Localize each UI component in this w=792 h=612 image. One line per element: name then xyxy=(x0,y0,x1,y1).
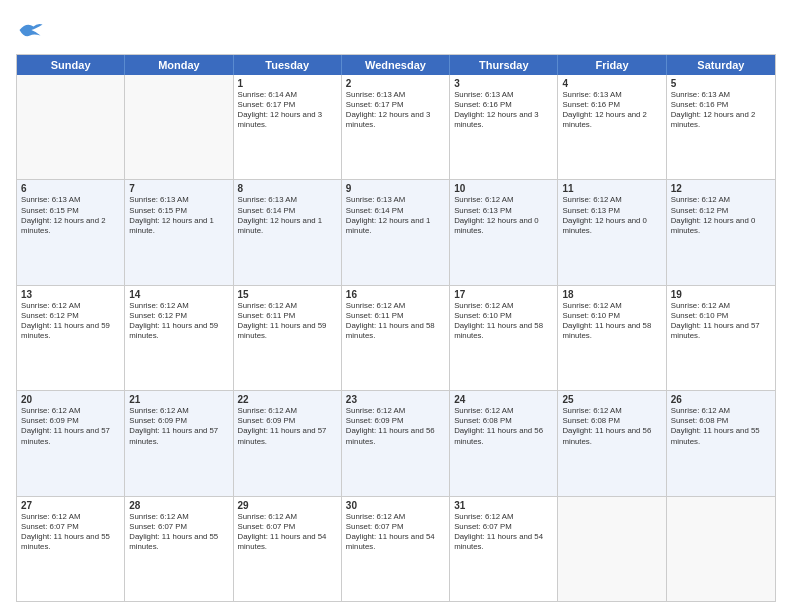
day-info: Sunrise: 6:13 AM Sunset: 6:15 PM Dayligh… xyxy=(129,195,228,236)
day-info: Sunrise: 6:12 AM Sunset: 6:09 PM Dayligh… xyxy=(346,406,445,447)
day-info: Sunrise: 6:12 AM Sunset: 6:10 PM Dayligh… xyxy=(562,301,661,342)
calendar-cell: 15Sunrise: 6:12 AM Sunset: 6:11 PM Dayli… xyxy=(234,286,342,390)
calendar-cell: 4Sunrise: 6:13 AM Sunset: 6:16 PM Daylig… xyxy=(558,75,666,179)
calendar-cell: 30Sunrise: 6:12 AM Sunset: 6:07 PM Dayli… xyxy=(342,497,450,601)
day-info: Sunrise: 6:12 AM Sunset: 6:09 PM Dayligh… xyxy=(21,406,120,447)
day-number: 15 xyxy=(238,289,337,300)
day-number: 2 xyxy=(346,78,445,89)
day-info: Sunrise: 6:13 AM Sunset: 6:16 PM Dayligh… xyxy=(671,90,771,131)
day-number: 20 xyxy=(21,394,120,405)
calendar-cell: 19Sunrise: 6:12 AM Sunset: 6:10 PM Dayli… xyxy=(667,286,775,390)
day-number: 16 xyxy=(346,289,445,300)
day-info: Sunrise: 6:13 AM Sunset: 6:14 PM Dayligh… xyxy=(346,195,445,236)
day-number: 8 xyxy=(238,183,337,194)
calendar-cell xyxy=(667,497,775,601)
header-day-sunday: Sunday xyxy=(17,55,125,75)
calendar-cell: 12Sunrise: 6:12 AM Sunset: 6:12 PM Dayli… xyxy=(667,180,775,284)
day-info: Sunrise: 6:12 AM Sunset: 6:12 PM Dayligh… xyxy=(671,195,771,236)
day-info: Sunrise: 6:12 AM Sunset: 6:09 PM Dayligh… xyxy=(238,406,337,447)
header xyxy=(16,16,776,44)
calendar: SundayMondayTuesdayWednesdayThursdayFrid… xyxy=(16,54,776,602)
day-info: Sunrise: 6:12 AM Sunset: 6:08 PM Dayligh… xyxy=(671,406,771,447)
day-info: Sunrise: 6:12 AM Sunset: 6:10 PM Dayligh… xyxy=(671,301,771,342)
day-info: Sunrise: 6:12 AM Sunset: 6:10 PM Dayligh… xyxy=(454,301,553,342)
calendar-cell xyxy=(125,75,233,179)
calendar-cell: 5Sunrise: 6:13 AM Sunset: 6:16 PM Daylig… xyxy=(667,75,775,179)
header-day-wednesday: Wednesday xyxy=(342,55,450,75)
header-day-monday: Monday xyxy=(125,55,233,75)
calendar-cell: 24Sunrise: 6:12 AM Sunset: 6:08 PM Dayli… xyxy=(450,391,558,495)
calendar-cell: 27Sunrise: 6:12 AM Sunset: 6:07 PM Dayli… xyxy=(17,497,125,601)
day-info: Sunrise: 6:12 AM Sunset: 6:13 PM Dayligh… xyxy=(562,195,661,236)
day-number: 29 xyxy=(238,500,337,511)
calendar-row-3: 20Sunrise: 6:12 AM Sunset: 6:09 PM Dayli… xyxy=(17,391,775,496)
calendar-cell: 1Sunrise: 6:14 AM Sunset: 6:17 PM Daylig… xyxy=(234,75,342,179)
day-number: 14 xyxy=(129,289,228,300)
calendar-cell: 6Sunrise: 6:13 AM Sunset: 6:15 PM Daylig… xyxy=(17,180,125,284)
calendar-cell: 26Sunrise: 6:12 AM Sunset: 6:08 PM Dayli… xyxy=(667,391,775,495)
calendar-cell: 29Sunrise: 6:12 AM Sunset: 6:07 PM Dayli… xyxy=(234,497,342,601)
day-number: 22 xyxy=(238,394,337,405)
day-info: Sunrise: 6:12 AM Sunset: 6:07 PM Dayligh… xyxy=(129,512,228,553)
logo-icon xyxy=(16,16,44,44)
day-info: Sunrise: 6:12 AM Sunset: 6:08 PM Dayligh… xyxy=(562,406,661,447)
day-info: Sunrise: 6:12 AM Sunset: 6:08 PM Dayligh… xyxy=(454,406,553,447)
calendar-cell: 10Sunrise: 6:12 AM Sunset: 6:13 PM Dayli… xyxy=(450,180,558,284)
logo xyxy=(16,16,48,44)
day-info: Sunrise: 6:12 AM Sunset: 6:09 PM Dayligh… xyxy=(129,406,228,447)
day-number: 19 xyxy=(671,289,771,300)
day-number: 21 xyxy=(129,394,228,405)
calendar-body: 1Sunrise: 6:14 AM Sunset: 6:17 PM Daylig… xyxy=(17,75,775,601)
day-info: Sunrise: 6:13 AM Sunset: 6:14 PM Dayligh… xyxy=(238,195,337,236)
day-number: 7 xyxy=(129,183,228,194)
day-info: Sunrise: 6:12 AM Sunset: 6:07 PM Dayligh… xyxy=(346,512,445,553)
day-info: Sunrise: 6:12 AM Sunset: 6:07 PM Dayligh… xyxy=(454,512,553,553)
calendar-cell: 3Sunrise: 6:13 AM Sunset: 6:16 PM Daylig… xyxy=(450,75,558,179)
calendar-row-1: 6Sunrise: 6:13 AM Sunset: 6:15 PM Daylig… xyxy=(17,180,775,285)
day-number: 24 xyxy=(454,394,553,405)
day-info: Sunrise: 6:13 AM Sunset: 6:17 PM Dayligh… xyxy=(346,90,445,131)
day-number: 9 xyxy=(346,183,445,194)
calendar-cell: 28Sunrise: 6:12 AM Sunset: 6:07 PM Dayli… xyxy=(125,497,233,601)
day-number: 6 xyxy=(21,183,120,194)
calendar-cell: 16Sunrise: 6:12 AM Sunset: 6:11 PM Dayli… xyxy=(342,286,450,390)
calendar-cell: 7Sunrise: 6:13 AM Sunset: 6:15 PM Daylig… xyxy=(125,180,233,284)
calendar-cell xyxy=(17,75,125,179)
calendar-cell: 17Sunrise: 6:12 AM Sunset: 6:10 PM Dayli… xyxy=(450,286,558,390)
day-number: 31 xyxy=(454,500,553,511)
calendar-cell: 25Sunrise: 6:12 AM Sunset: 6:08 PM Dayli… xyxy=(558,391,666,495)
day-info: Sunrise: 6:13 AM Sunset: 6:16 PM Dayligh… xyxy=(454,90,553,131)
calendar-row-4: 27Sunrise: 6:12 AM Sunset: 6:07 PM Dayli… xyxy=(17,497,775,601)
day-info: Sunrise: 6:13 AM Sunset: 6:15 PM Dayligh… xyxy=(21,195,120,236)
day-info: Sunrise: 6:12 AM Sunset: 6:11 PM Dayligh… xyxy=(238,301,337,342)
day-number: 25 xyxy=(562,394,661,405)
header-day-tuesday: Tuesday xyxy=(234,55,342,75)
day-number: 18 xyxy=(562,289,661,300)
day-info: Sunrise: 6:13 AM Sunset: 6:16 PM Dayligh… xyxy=(562,90,661,131)
day-number: 4 xyxy=(562,78,661,89)
calendar-cell xyxy=(558,497,666,601)
calendar-cell: 22Sunrise: 6:12 AM Sunset: 6:09 PM Dayli… xyxy=(234,391,342,495)
header-day-friday: Friday xyxy=(558,55,666,75)
day-info: Sunrise: 6:12 AM Sunset: 6:12 PM Dayligh… xyxy=(21,301,120,342)
calendar-cell: 8Sunrise: 6:13 AM Sunset: 6:14 PM Daylig… xyxy=(234,180,342,284)
day-number: 1 xyxy=(238,78,337,89)
calendar-cell: 18Sunrise: 6:12 AM Sunset: 6:10 PM Dayli… xyxy=(558,286,666,390)
day-number: 10 xyxy=(454,183,553,194)
day-number: 30 xyxy=(346,500,445,511)
day-info: Sunrise: 6:12 AM Sunset: 6:13 PM Dayligh… xyxy=(454,195,553,236)
calendar-header: SundayMondayTuesdayWednesdayThursdayFrid… xyxy=(17,55,775,75)
day-number: 3 xyxy=(454,78,553,89)
day-info: Sunrise: 6:12 AM Sunset: 6:12 PM Dayligh… xyxy=(129,301,228,342)
day-number: 5 xyxy=(671,78,771,89)
calendar-cell: 13Sunrise: 6:12 AM Sunset: 6:12 PM Dayli… xyxy=(17,286,125,390)
calendar-row-2: 13Sunrise: 6:12 AM Sunset: 6:12 PM Dayli… xyxy=(17,286,775,391)
day-number: 27 xyxy=(21,500,120,511)
header-day-thursday: Thursday xyxy=(450,55,558,75)
header-day-saturday: Saturday xyxy=(667,55,775,75)
day-info: Sunrise: 6:12 AM Sunset: 6:07 PM Dayligh… xyxy=(21,512,120,553)
day-info: Sunrise: 6:12 AM Sunset: 6:07 PM Dayligh… xyxy=(238,512,337,553)
calendar-cell: 20Sunrise: 6:12 AM Sunset: 6:09 PM Dayli… xyxy=(17,391,125,495)
day-number: 23 xyxy=(346,394,445,405)
day-number: 11 xyxy=(562,183,661,194)
